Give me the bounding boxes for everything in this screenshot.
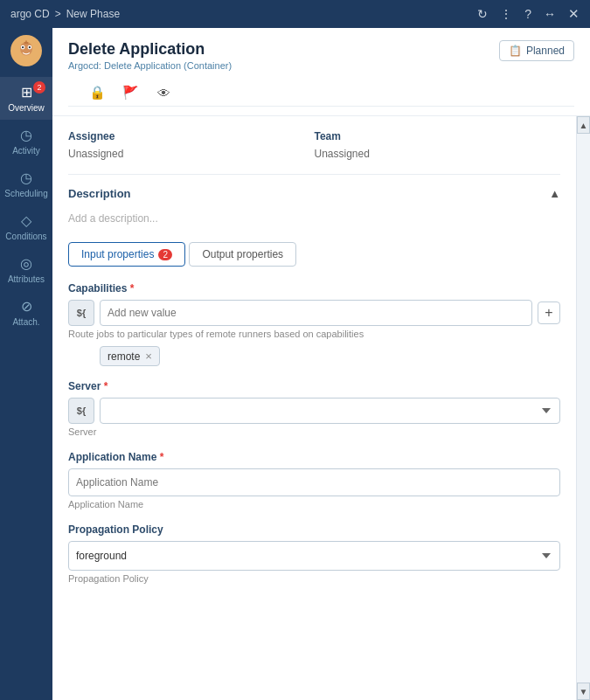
input-tab-badge: 2 [158,249,172,260]
properties-tabs: Input properties 2 Output properties [68,242,560,267]
sidebar-item-overview[interactable]: 2 ⊞ Overview [0,77,52,120]
sidebar-item-conditions-label: Conditions [5,232,46,241]
assignee-col: Assignee Unassigned [68,130,315,160]
right-scrollbar: ▲ ▼ [576,116,590,700]
conditions-icon: ◇ [21,212,31,229]
team-col: Team Unassigned [315,130,561,160]
scheduling-icon: ◷ [20,170,32,186]
planned-label: Planned [526,45,565,57]
application-name-input[interactable] [68,468,560,496]
capabilities-input[interactable] [100,300,532,326]
breadcrumb-sep: > [55,8,61,20]
capabilities-var-icon: ${ [68,300,94,326]
sidebar-item-scheduling-label: Scheduling [4,189,47,198]
sidebar-item-activity[interactable]: ◷ Activity [0,120,52,163]
top-bar: argo CD > New Phase ↻ ⋮ ? ↔ ✕ [0,0,590,28]
svg-point-5 [29,46,31,48]
application-name-section: Application Name * Application Name [68,451,560,509]
sidebar-item-activity-label: Activity [12,146,40,156]
capabilities-section: Capabilities * ${ + Route jobs to partic… [68,282,560,366]
team-value: Unassigned [315,148,561,160]
lock-tab-button[interactable]: 🔒 [84,80,110,106]
overview-badge: 2 [33,81,45,94]
propagation-policy-hint: Propagation Policy [68,573,560,584]
expand-icon[interactable]: ↔ [544,7,556,21]
activity-icon: ◷ [20,127,32,143]
server-input-row: ${ [68,398,560,424]
close-icon[interactable]: ✕ [568,6,580,22]
sidebar: 2 ⊞ Overview ◷ Activity ◷ Scheduling ◇ C… [0,28,52,700]
application-name-label: Application Name * [68,451,560,463]
sidebar-item-attributes-label: Attributes [8,274,45,284]
more-icon[interactable]: ⋮ [500,7,512,21]
server-required-star: * [104,380,108,392]
team-label: Team [315,130,561,142]
server-section: Server * ${ Server [68,380,560,437]
description-section: Description ▲ Add a description... [68,174,560,228]
output-tab-label: Output properties [202,248,283,260]
flag-icon: 🚩 [122,85,139,100]
capabilities-required-star: * [130,282,135,295]
content-wrapper: Assignee Unassigned Team Unassigned Desc… [52,116,590,700]
top-bar-actions: ↻ ⋮ ? ↔ ✕ [477,6,580,22]
scroll-up-button[interactable]: ▲ [577,116,590,134]
description-placeholder[interactable]: Add a description... [68,209,560,228]
description-title: Description [68,187,131,200]
sidebar-item-attributes[interactable]: ◎ Attributes [0,248,52,291]
refresh-icon[interactable]: ↻ [477,7,488,21]
svg-point-4 [22,46,24,48]
flag-tab-button[interactable]: 🚩 [117,80,143,106]
eye-icon: 👁 [157,86,170,100]
capabilities-label: Capabilities * [68,282,560,295]
capabilities-hint: Route jobs to particular types of remote… [68,329,560,339]
capabilities-tag-remote: remote × [100,346,160,366]
overview-icon: ⊞ [21,84,32,100]
application-name-hint: Application Name [68,499,560,509]
sidebar-item-attach[interactable]: ⊘ Attach. [0,291,52,334]
sidebar-item-overview-label: Overview [8,103,45,113]
sidebar-item-conditions[interactable]: ◇ Conditions [0,205,52,248]
planned-badge[interactable]: 📋 Planned [499,40,574,61]
input-tab-label: Input properties [81,248,154,260]
tag-remove-icon[interactable]: × [145,350,152,363]
breadcrumb: argo CD > New Phase [10,8,477,20]
planned-icon: 📋 [509,45,522,57]
server-var-icon: ${ [68,398,94,424]
capabilities-input-row: ${ + [68,300,560,326]
output-properties-tab[interactable]: Output properties [189,242,296,267]
breadcrumb-start: argo CD [10,8,50,20]
attach-icon: ⊘ [21,298,32,315]
main-layout: 2 ⊞ Overview ◷ Activity ◷ Scheduling ◇ C… [0,28,590,700]
propagation-policy-label: Propagation Policy [68,523,560,536]
assignee-team-row: Assignee Unassigned Team Unassigned [68,130,560,160]
input-properties-tab[interactable]: Input properties 2 [68,242,185,267]
propagation-policy-select[interactable]: foreground background orphan [68,541,560,571]
breadcrumb-end: New Phase [66,8,120,20]
scroll-down-button[interactable]: ▼ [577,683,590,700]
avatar [10,35,42,66]
eye-tab-button[interactable]: 👁 [150,80,177,106]
capabilities-tags: remote × [100,346,560,366]
help-icon[interactable]: ? [524,7,531,21]
propagation-policy-section: Propagation Policy foreground background… [68,523,560,584]
content-area: Delete Application Argocd: Delete Applic… [52,28,590,700]
description-collapse-icon[interactable]: ▲ [549,187,560,200]
server-label: Server * [68,380,560,392]
attributes-icon: ◎ [20,255,32,272]
app-name-required-star: * [160,451,164,463]
assignee-label: Assignee [68,130,315,142]
svg-rect-7 [25,40,27,43]
server-select[interactable] [100,398,560,424]
sidebar-nav: 2 ⊞ Overview ◷ Activity ◷ Scheduling ◇ C… [0,77,52,334]
content-header: Delete Application Argocd: Delete Applic… [52,28,590,116]
page-subtitle: Argocd: Delete Application (Container) [68,60,232,71]
scrollbar-track [577,134,590,683]
server-hint: Server [68,426,560,437]
capabilities-add-button[interactable]: + [538,301,560,324]
sidebar-item-scheduling[interactable]: ◷ Scheduling [0,163,52,205]
content-scroll[interactable]: Assignee Unassigned Team Unassigned Desc… [52,116,576,700]
sidebar-item-attach-label: Attach. [12,317,39,327]
tab-icons-bar: 🔒 🚩 👁 [68,71,574,107]
assignee-value: Unassigned [68,148,315,160]
page-title: Delete Application [68,40,232,59]
